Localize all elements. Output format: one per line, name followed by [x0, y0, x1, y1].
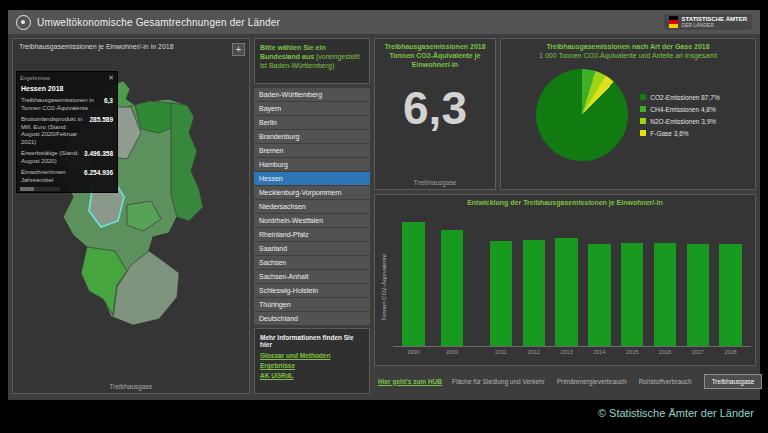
legend-swatch-icon	[640, 130, 646, 136]
bar-2000[interactable]	[441, 230, 463, 346]
info-links: Glossar und MethodenErgebnisseAK UGRdL	[260, 352, 364, 379]
popup-scrollbar[interactable]	[20, 187, 60, 191]
popup-row: Bruttoinlandsprodukt in Mill. Euro (Stan…	[17, 114, 117, 148]
bar-2017[interactable]	[687, 244, 709, 346]
brand-logo: STATISTISCHE ÄMTER DER LÄNDER	[664, 14, 752, 30]
bar-slot	[583, 217, 616, 346]
bar-2015[interactable]	[621, 243, 643, 346]
state-item-niedersachsen[interactable]: Niedersachsen	[254, 200, 370, 213]
state-item-bayern[interactable]: Bayern	[254, 102, 370, 115]
state-item-hamburg[interactable]: Hamburg	[254, 158, 370, 171]
german-flag-icon	[669, 16, 678, 28]
bar-slot	[649, 217, 682, 346]
popup-row: Einwohner/innen Jahresmittel6.254.936	[17, 167, 117, 186]
legend-swatch-icon	[640, 94, 646, 100]
nav-tab-fläche-für-siedlung-und-verkehr[interactable]: Fläche für Siedlung und Verkehr	[452, 378, 545, 385]
state-item-schleswig-holstein[interactable]: Schleswig-Holstein	[254, 284, 370, 297]
state-item-hessen[interactable]: Hessen	[254, 172, 370, 185]
bar-2016[interactable]	[654, 243, 676, 346]
kpi-title-line2: Tonnen CO2-Äquivalente je Einwohner/-in	[379, 52, 491, 70]
bottom-nav: Hier geht's zum HUB Fläche für Siedlung …	[374, 370, 756, 392]
state-item-rheinland-pfalz[interactable]: Rheinland-Pfalz	[254, 228, 370, 241]
popup-row: Erwerbstätige (Stand: August 2020)3.496.…	[17, 148, 117, 167]
bar-slot	[681, 217, 714, 346]
info-link[interactable]: Glossar und Methoden	[260, 352, 364, 359]
map-title: Treibhausgasemissionen je Einwohner/-in …	[13, 39, 249, 51]
bar-chart-title: Entwicklung der Treibhausgasemissionen j…	[375, 195, 755, 208]
x-tick-label: 2000	[436, 347, 469, 357]
pie-chart-panel: Treibhausgasemissionen nach Art der Gase…	[500, 38, 756, 190]
bar-xlabels: 1990200020112012201320142015201620172018	[393, 347, 751, 357]
state-item-sachsen-anhalt[interactable]: Sachsen-Anhalt	[254, 270, 370, 283]
app-title: Umweltökonomische Gesamtrechnungen der L…	[37, 17, 280, 28]
dashboard: Umweltökonomische Gesamtrechnungen der L…	[8, 10, 760, 400]
state-shape-east[interactable]	[171, 103, 203, 221]
x-tick-label: 1990	[397, 347, 430, 357]
pie-title: Treibhausgasemissionen nach Art der Gase…	[505, 43, 751, 52]
map-tooltip-popup: Ergebnisse ✕ Hessen 2018 Treibhausgasemi…	[16, 71, 118, 193]
state-item-nordrhein-westfalen[interactable]: Nordrhein-Westfalen	[254, 214, 370, 227]
pie-chart[interactable]	[536, 69, 628, 161]
x-tick-label: 2017	[681, 347, 714, 357]
bar-plot	[393, 217, 751, 347]
copyright: © Statistische Ämter der Länder	[598, 407, 754, 419]
legend-label: N2O-Emissionen 3,9%	[650, 118, 716, 125]
nav-tab-primärenergieverbrauch[interactable]: Primärenergieverbrauch	[557, 378, 627, 385]
x-tick-label: 2013	[550, 347, 583, 357]
state-item-sachsen[interactable]: Sachsen	[254, 256, 370, 269]
nav-tab-rohstoffverbrauch[interactable]: Rohstoffverbrauch	[639, 378, 692, 385]
bar-2018[interactable]	[719, 244, 741, 346]
legend-swatch-icon	[640, 118, 646, 124]
x-tick-label: 2011	[485, 347, 518, 357]
selector-header: Bitte wählen Sie ein Bundesland aus (vor…	[254, 38, 370, 84]
legend-item: CO2-Emissionen 87,7%	[640, 94, 719, 101]
nav-tabs: Fläche für Siedlung und VerkehrPrimärene…	[452, 374, 762, 389]
bar-1990[interactable]	[402, 222, 424, 346]
bar-2013[interactable]	[555, 238, 577, 346]
kpi-title-line1: Treibhausgasemissionen 2018	[379, 43, 491, 52]
popup-row: Treibhausgasemissionen in Tonnen CO2-Äqu…	[17, 95, 117, 114]
bar-2012[interactable]	[523, 240, 545, 346]
hub-link[interactable]: Hier geht's zum HUB	[378, 378, 442, 385]
state-item-deutschland[interactable]: Deutschland	[254, 312, 370, 325]
state-item-baden-württemberg[interactable]: Baden-Württemberg	[254, 88, 370, 101]
brand-line2: DER LÄNDER	[682, 23, 747, 29]
state-item-thüringen[interactable]: Thüringen	[254, 298, 370, 311]
legend-item: F-Gase 3,6%	[640, 130, 719, 137]
x-tick-label: 2016	[649, 347, 682, 357]
state-item-saarland[interactable]: Saarland	[254, 242, 370, 255]
nav-tab-treibhausgase[interactable]: Treibhausgase	[704, 374, 763, 389]
popup-row-label: Bruttoinlandsprodukt in Mill. Euro (Stan…	[21, 116, 86, 146]
legend-label: F-Gase 3,6%	[650, 130, 688, 137]
bar-chart-ylabel: Tonnen CO2-Äquivalente	[381, 217, 393, 357]
bar-2014[interactable]	[588, 244, 610, 346]
state-item-bremen[interactable]: Bremen	[254, 144, 370, 157]
x-tick-label: 2014	[583, 347, 616, 357]
legend-item: N2O-Emissionen 3,9%	[640, 118, 719, 125]
info-link[interactable]: Ergebnisse	[260, 362, 364, 369]
bar-2011[interactable]	[490, 241, 512, 346]
x-tick-label: 2018	[714, 347, 747, 357]
bar-chart-panel: Entwicklung der Treibhausgasemissionen j…	[374, 194, 756, 366]
kpi-value: 6,3	[375, 81, 495, 135]
x-tick-label: 2015	[616, 347, 649, 357]
popup-row-value: 6.254.936	[84, 169, 113, 184]
close-icon[interactable]: ✕	[108, 74, 114, 82]
zoom-in-button[interactable]: +	[232, 43, 245, 56]
pie-legend: CO2-Emissionen 87,7%CH4-Emissionen 4,8%N…	[640, 94, 719, 137]
bar-slot	[517, 217, 550, 346]
map-bottom-label: Treibhausgase	[13, 383, 249, 390]
screen: Umweltökonomische Gesamtrechnungen der L…	[0, 0, 768, 433]
info-link[interactable]: AK UGRdL	[260, 372, 364, 379]
bar-slot	[397, 217, 430, 346]
popup-row-value: 6,3	[104, 97, 113, 112]
legend-label: CH4-Emissionen 4,8%	[650, 106, 715, 113]
popup-header: Ergebnisse	[20, 75, 50, 81]
popup-rows: Treibhausgasemissionen in Tonnen CO2-Äqu…	[17, 95, 117, 186]
map-panel: Treibhausgasemissionen je Einwohner/-in …	[12, 38, 250, 394]
state-item-mecklenburg-vorpommern[interactable]: Mecklenburg-Vorpommern	[254, 186, 370, 199]
state-item-brandenburg[interactable]: Brandenburg	[254, 130, 370, 143]
state-item-berlin[interactable]: Berlin	[254, 116, 370, 129]
bar-slot	[550, 217, 583, 346]
x-tick-label: 2012	[517, 347, 550, 357]
